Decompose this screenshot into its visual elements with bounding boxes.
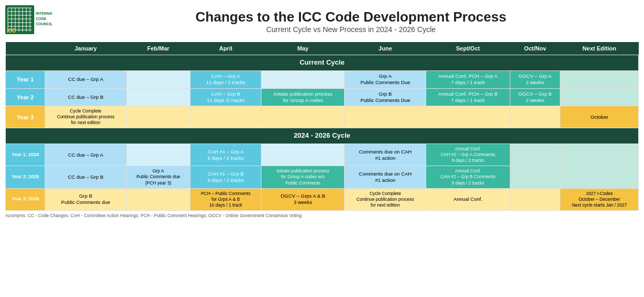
- y1-septoct: Annual Conf. PCH – Grp A7 days / 1 track: [426, 70, 510, 88]
- col-april: April: [190, 42, 261, 55]
- new-cycle-label: 2024 - 2026 Cycle: [6, 128, 639, 144]
- y2024-may: [261, 144, 345, 166]
- y1-octnov: OGCV – Grp A2 weeks: [510, 70, 560, 88]
- y2025-octnov: [510, 166, 560, 188]
- y2025-nextedition: [560, 166, 639, 188]
- y2026-april: PCH – Public Commentsfor Grps A & B10 da…: [190, 188, 261, 210]
- table-row: Year 3: 2026 Grp BPublic Comments due PC…: [6, 188, 639, 210]
- y2-septoct: Annual Conf. PCH – Grp B7 days / 1 track: [426, 88, 510, 106]
- y2025-jan: CC due – Grp B: [45, 166, 127, 188]
- y2024-nextedition: [560, 144, 639, 166]
- year2025-cell: Year 2: 2025: [6, 166, 45, 188]
- table-row: Year 1 CC due – Grp A CAH – Grp A11 days…: [6, 70, 639, 88]
- y2024-febmar: [126, 144, 190, 166]
- y3-octnov: [510, 106, 560, 128]
- y2025-may: Initiate publication processfor Group A …: [261, 166, 345, 188]
- col-january: January: [45, 42, 127, 55]
- y2-nextedition: [560, 88, 639, 106]
- y2025-septoct: Annual Conf.CAH #2 – Grp B Comments9 day…: [426, 166, 510, 188]
- footnote: Acronyms: CC - Code Changes; CAH - Commi…: [5, 213, 639, 218]
- y2026-june: Cycle CompleteContinue publication proce…: [345, 188, 426, 210]
- y1-june: Grp APublic Comments Due: [345, 70, 426, 88]
- col-octnov: Oct/Nov: [510, 42, 560, 55]
- y2024-septoct: Annual Conf.CAH #2 – Grp A Comments9 day…: [426, 144, 510, 166]
- sub-title: Current Cycle vs New Process in 2024 - 2…: [63, 25, 639, 34]
- table-row: Year 2: 2025 CC due – Grp B Grp APublic …: [6, 166, 639, 188]
- y3-nextedition: October: [560, 106, 639, 128]
- y2-june: Grp BPublic Comments Due: [345, 88, 426, 106]
- y2-jan: CC due – Grp B: [45, 88, 127, 106]
- year3-cell: Year 3: [6, 106, 45, 128]
- col-may: May: [261, 42, 345, 55]
- col-june: June: [345, 42, 426, 55]
- y3-jan: Cycle CompleteContinue publication proce…: [45, 106, 127, 128]
- new-cycle-header: 2024 - 2026 Cycle: [6, 128, 639, 144]
- svg-text:INTERNATIONAL: INTERNATIONAL: [36, 12, 53, 15]
- y2-april: CAH – Grp B11 days /2 tracks: [190, 88, 261, 106]
- y2-febmar: [126, 88, 190, 106]
- col-febmar: Feb/Mar: [126, 42, 190, 55]
- y3-april: [190, 106, 261, 128]
- column-headers: January Feb/Mar April May June Sept/Oct …: [6, 42, 639, 55]
- y2026-octnov: [510, 188, 560, 210]
- y1-may: [261, 70, 345, 88]
- y2025-june: Comments due on CAH#1 action: [345, 166, 426, 188]
- main-container: INTERNATIONAL CODE COUNCIL® ICC Changes …: [0, 0, 644, 221]
- year2026-cell: Year 3: 2026: [6, 188, 45, 210]
- y2024-june: Comments due on CAH#1 action: [345, 144, 426, 166]
- year1-cell: Year 1: [6, 70, 45, 88]
- y2026-febmar: [126, 188, 190, 210]
- y1-jan: CC due – Grp A: [45, 70, 127, 88]
- current-cycle-header: Current Cycle: [6, 55, 639, 71]
- y2026-jan: Grp BPublic Comments due: [45, 188, 127, 210]
- main-table: January Feb/Mar April May June Sept/Oct …: [5, 42, 639, 211]
- col-nextedition: Next Edition: [560, 42, 639, 55]
- y2024-jan: CC due – Grp A: [45, 144, 127, 166]
- year2024-cell: Year 1: 2024: [6, 144, 45, 166]
- svg-text:CODE: CODE: [36, 17, 47, 21]
- y2026-may: OGCV – Grps A & B3 weeks: [261, 188, 345, 210]
- table-row: Year 1: 2024 CC due – Grp A CAH #1 – Grp…: [6, 144, 639, 166]
- y3-june: [345, 106, 426, 128]
- y1-nextedition: [560, 70, 639, 88]
- y1-april: CAH – Grp A11 days / 2 tracks: [190, 70, 261, 88]
- y2025-febmar: Grp APublic Comments due(PCH year 3): [126, 166, 190, 188]
- col-year-header: [6, 42, 45, 55]
- y2024-octnov: [510, 144, 560, 166]
- header: INTERNATIONAL CODE COUNCIL® ICC Changes …: [5, 5, 639, 37]
- y3-febmar: [126, 106, 190, 128]
- title-block: Changes to the ICC Code Development Proc…: [63, 9, 639, 34]
- svg-text:COUNCIL®: COUNCIL®: [36, 22, 53, 26]
- y1-febmar: [126, 70, 190, 88]
- y3-may: [261, 106, 345, 128]
- year2-cell: Year 2: [6, 88, 45, 106]
- svg-text:ICC: ICC: [7, 28, 16, 34]
- main-title: Changes to the ICC Code Development Proc…: [63, 9, 639, 25]
- y2-octnov: OGCV – Grp B2 weeks: [510, 88, 560, 106]
- y2024-april: CAH #1 – Grp A9 days / 2 tracks: [190, 144, 261, 166]
- table-row: Year 3 Cycle CompleteContinue publicatio…: [6, 106, 639, 128]
- y2026-nextedition: 2027 I-CodesOctober – DecemberNext cycle…: [560, 188, 639, 210]
- table-row: Year 2 CC due – Grp B CAH – Grp B11 days…: [6, 88, 639, 106]
- current-cycle-label: Current Cycle: [6, 55, 639, 71]
- y2026-septoct: Annual Conf.: [426, 188, 510, 210]
- y3-septoct: [426, 106, 510, 128]
- y2-may: Initiate publication processfor Group A …: [261, 88, 345, 106]
- col-septoct: Sept/Oct: [426, 42, 510, 55]
- y2025-april: CAH #1 – Grp B9 days / 2 tracks: [190, 166, 261, 188]
- icc-logo: INTERNATIONAL CODE COUNCIL® ICC: [5, 5, 53, 37]
